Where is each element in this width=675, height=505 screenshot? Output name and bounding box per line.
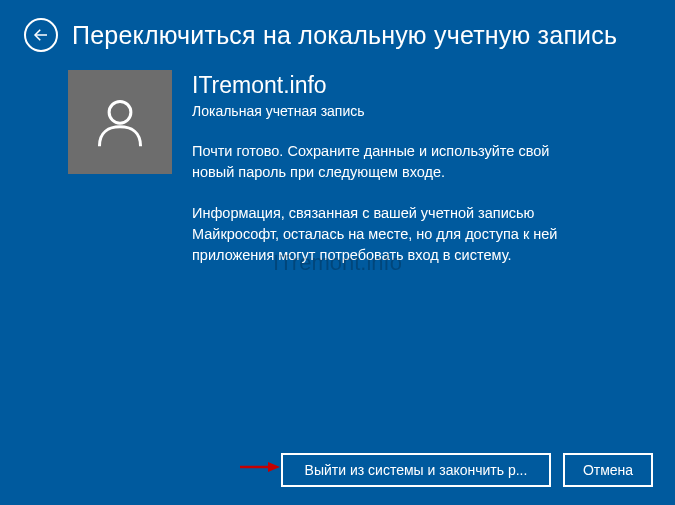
dialog-footer: Выйти из системы и закончить р... Отмена [281,453,653,487]
arrow-annotation [238,459,280,477]
content-area: ITremont.info Локальная учетная запись П… [0,62,675,286]
cancel-button[interactable]: Отмена [563,453,653,487]
user-icon [91,93,149,151]
account-info: ITremont.info Локальная учетная запись П… [192,70,651,286]
svg-marker-3 [268,462,280,472]
account-username: ITremont.info [192,72,651,99]
page-title: Переключиться на локальную учетную запис… [72,21,617,50]
body-paragraph-2: Информация, связанная с вашей учетной за… [192,203,592,266]
signout-finish-button[interactable]: Выйти из системы и закончить р... [281,453,551,487]
account-type-label: Локальная учетная запись [192,103,651,119]
dialog-header: Переключиться на локальную учетную запис… [0,0,675,62]
body-paragraph-1: Почти готово. Сохраните данные и использ… [192,141,592,183]
back-arrow-icon [32,26,50,44]
svg-point-1 [109,101,131,123]
back-button[interactable] [24,18,58,52]
avatar [68,70,172,174]
